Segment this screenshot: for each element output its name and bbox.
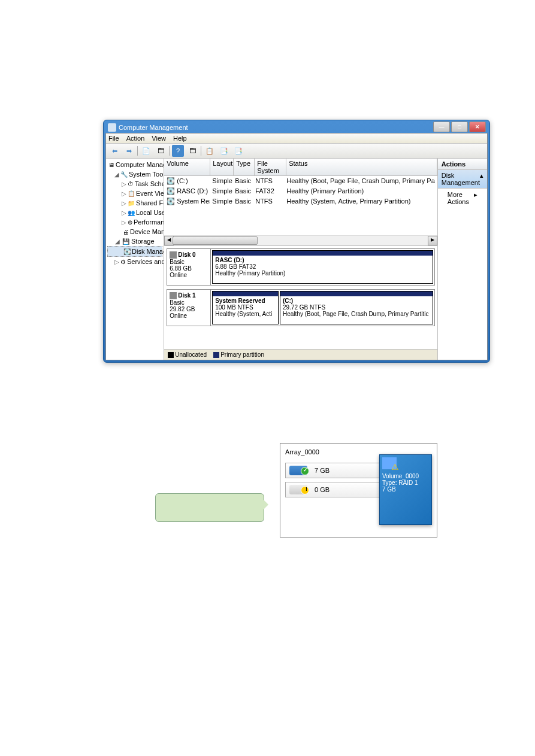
tree-storage[interactable]: ◢💾Storage bbox=[107, 236, 162, 246]
legend-unalloc-swatch bbox=[168, 352, 174, 358]
tree-task[interactable]: ▷⏱Task Scheduler bbox=[107, 179, 162, 189]
tree-systools[interactable]: ◢🔧System Tools bbox=[107, 169, 162, 179]
disk1-size: 7 GB bbox=[315, 467, 330, 474]
tree-diskmgmt[interactable]: 💽Disk Management bbox=[107, 246, 162, 257]
actions-context[interactable]: Disk Management▴ bbox=[438, 170, 487, 189]
col-fs[interactable]: File System bbox=[255, 159, 286, 175]
table-row[interactable]: 💽 RASC (D:)SimpleBasicFAT32Healthy (Prim… bbox=[164, 186, 437, 196]
disk-graphic-view: Disk 0Basic6.88 GBOnlineRASC (D:)6.88 GB… bbox=[164, 246, 437, 349]
volume-name: Volume_0000 bbox=[382, 473, 429, 479]
hdd-ok-icon bbox=[289, 466, 307, 475]
volume-size: 7 GB bbox=[382, 486, 429, 493]
properties-button[interactable]: 🗔 bbox=[155, 145, 167, 157]
tree-shared[interactable]: ▷📁Shared Folders bbox=[107, 198, 162, 208]
h-scrollbar[interactable]: ◀ ▶ bbox=[164, 235, 437, 245]
collapse-icon: ▴ bbox=[480, 172, 483, 186]
help-button[interactable]: ? bbox=[172, 145, 184, 157]
disk-box: Disk 1Basic29.82 GBOnlineSystem Reserved… bbox=[167, 289, 435, 326]
action2-button[interactable]: 📑 bbox=[232, 145, 244, 157]
more-actions[interactable]: More Actions▸ bbox=[438, 189, 487, 208]
toolbar: ⬅ ➡ 📄 🗔 ? 🗔 📋 📑 📑 bbox=[106, 144, 487, 159]
partition[interactable]: RASC (D:)6.88 GB FAT32Healthy (Primary P… bbox=[212, 250, 433, 284]
scroll-right-icon[interactable]: ▶ bbox=[428, 236, 437, 245]
partition[interactable]: (C:)29.72 GB NTFSHealthy (Boot, Page Fil… bbox=[280, 291, 433, 324]
up-button[interactable]: 📄 bbox=[140, 145, 152, 157]
back-button[interactable]: ⬅ bbox=[108, 145, 120, 157]
view-button[interactable]: 🗔 bbox=[186, 145, 198, 157]
col-layout[interactable]: Layout bbox=[210, 159, 234, 175]
window-title: Computer Management bbox=[119, 124, 188, 131]
action1-button[interactable]: 📑 bbox=[218, 145, 230, 157]
col-volume[interactable]: Volume bbox=[164, 159, 210, 175]
menubar: File Action View Help bbox=[106, 133, 487, 144]
tree-users[interactable]: ▷👥Local Users and Groups bbox=[107, 208, 162, 217]
actions-pane: Actions Disk Management▴ More Actions▸ bbox=[438, 159, 487, 360]
disk2-size: 0 GB bbox=[315, 486, 330, 493]
legend-primary-swatch bbox=[213, 352, 219, 358]
table-row[interactable]: 💽 System ReservedSimpleBasicNTFSHealthy … bbox=[164, 196, 437, 207]
forward-button[interactable]: ➡ bbox=[123, 145, 135, 157]
maximize-button[interactable]: □ bbox=[451, 122, 468, 132]
disk-info[interactable]: Disk 1Basic29.82 GBOnline bbox=[167, 290, 211, 326]
chevron-right-icon: ▸ bbox=[474, 191, 477, 205]
app-icon bbox=[108, 123, 116, 132]
volume-table: Volume Layout Type File System Status 💽 … bbox=[164, 159, 437, 246]
legend: Unallocated Primary partition bbox=[164, 349, 437, 360]
volume-type: Type: RAID 1 bbox=[382, 479, 429, 486]
tree-devmgr[interactable]: 🖨Device Manager bbox=[107, 227, 162, 236]
volume-card[interactable]: Volume_0000 Type: RAID 1 7 GB bbox=[379, 454, 432, 525]
array-panel: Array_0000 7 GB 0 GB Volume_0000 Type: R… bbox=[280, 443, 437, 538]
menu-view[interactable]: View bbox=[152, 135, 166, 142]
menu-action[interactable]: Action bbox=[126, 135, 145, 142]
tree-perf[interactable]: ▷⊚Performance bbox=[107, 217, 162, 227]
menu-file[interactable]: File bbox=[108, 135, 119, 142]
volume-warn-icon bbox=[382, 457, 397, 469]
tree-services[interactable]: ▷⚙Services and Applications bbox=[107, 257, 162, 266]
disk-info[interactable]: Disk 0Basic6.88 GBOnline bbox=[167, 249, 211, 285]
col-status[interactable]: Status bbox=[286, 159, 437, 175]
table-row[interactable]: 💽 (C:)SimpleBasicNTFSHealthy (Boot, Page… bbox=[164, 176, 437, 186]
disk-warn-icon bbox=[289, 485, 307, 494]
disk-box: Disk 0Basic6.88 GBOnlineRASC (D:)6.88 GB… bbox=[167, 248, 435, 286]
callout-bubble bbox=[155, 493, 264, 522]
titlebar[interactable]: Computer Management — □ ✕ bbox=[105, 122, 488, 133]
tree-event[interactable]: ▷📋Event Viewer bbox=[107, 189, 162, 198]
refresh-button[interactable]: 📋 bbox=[204, 145, 216, 157]
scroll-thumb[interactable] bbox=[173, 236, 258, 245]
menu-help[interactable]: Help bbox=[173, 135, 187, 142]
minimize-button[interactable]: — bbox=[433, 122, 450, 132]
partition[interactable]: System Reserved100 MB NTFSHealthy (Syste… bbox=[212, 291, 279, 324]
col-type[interactable]: Type bbox=[234, 159, 255, 175]
computer-management-window: Computer Management — □ ✕ File Action Vi… bbox=[103, 120, 490, 363]
tree-root[interactable]: 🖥Computer Management (Local) bbox=[107, 160, 162, 169]
close-button[interactable]: ✕ bbox=[469, 122, 486, 132]
actions-header: Actions bbox=[438, 159, 487, 170]
nav-tree: 🖥Computer Management (Local) ◢🔧System To… bbox=[106, 159, 164, 360]
